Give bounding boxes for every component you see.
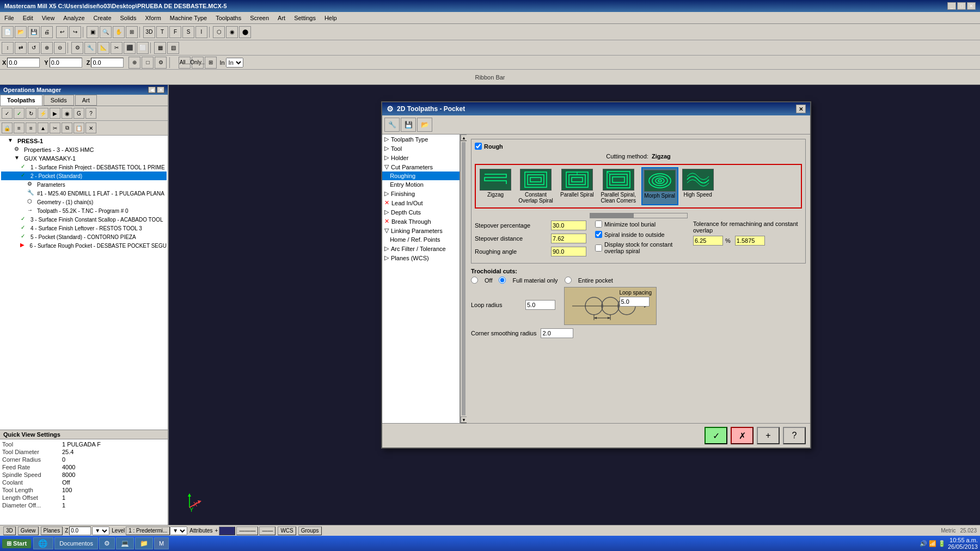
menu-screen[interactable]: Screen <box>246 14 273 22</box>
cutting-ps[interactable]: Parallel Spiral <box>559 167 596 205</box>
dtree-tool[interactable]: ▷Tool <box>382 144 460 153</box>
tree-endmill[interactable]: 🔧 #1 - M25.40 ENDMILL 1 FLAT - 1 PULGADA… <box>1 189 167 198</box>
loop-spacing-input[interactable] <box>620 297 650 307</box>
panel-collapse[interactable]: ≡ <box>26 123 36 133</box>
radio-entire[interactable] <box>565 277 572 284</box>
minimize-burial-cb[interactable] <box>595 221 602 228</box>
tab-art[interactable]: Art <box>75 95 97 106</box>
cutting-cos[interactable]: Constant Overlap Spiral <box>515 167 556 205</box>
taskbar-app1[interactable]: ⚙ <box>99 537 115 549</box>
tb2-4[interactable]: ⊕ <box>41 42 53 54</box>
cutting-hs[interactable]: High Speed <box>681 167 715 205</box>
tb2-7[interactable]: 🔧 <box>84 42 96 54</box>
dtree-toolpath-type[interactable]: ▷Toolpath Type <box>382 134 460 144</box>
spiral-inside-cb[interactable] <box>595 231 602 238</box>
close-btn[interactable]: ✕ <box>967 2 976 10</box>
dlg-tool-icon[interactable]: 🔧 <box>384 118 400 132</box>
dtree-home[interactable]: Home / Ref. Points <box>382 235 460 244</box>
stepover-dist-input[interactable] <box>551 234 586 243</box>
cutting-pscc[interactable]: Parallel Spiral, Clean Corners <box>598 167 639 205</box>
ok-button[interactable]: ✓ <box>705 427 727 444</box>
menu-solids[interactable]: Solids <box>116 14 141 22</box>
tb2-12[interactable]: ▦ <box>154 42 166 54</box>
panel-expand[interactable]: ≡ <box>14 123 24 133</box>
tb2-10[interactable]: ⬛ <box>124 42 136 54</box>
panel-check-all[interactable]: ✓ <box>2 108 13 119</box>
cutting-zigzag[interactable]: Zigzag <box>478 167 513 205</box>
tb2-13[interactable]: ▧ <box>167 42 179 54</box>
tb-wire[interactable]: ⬡ <box>213 26 225 38</box>
taskbar-docs[interactable]: Documentos <box>54 537 98 549</box>
tb-shade2[interactable]: ⬤ <box>239 26 251 38</box>
taskbar-ie[interactable]: 🌐 <box>33 537 53 549</box>
menu-settings[interactable]: Settings <box>290 14 320 22</box>
dtree-lead-inout[interactable]: ✕Lead In/Out <box>382 198 460 207</box>
tb2-5[interactable]: ⊖ <box>54 42 66 54</box>
tb-3d[interactable]: 3D <box>143 26 155 38</box>
menu-analyze[interactable]: Analyze <box>59 14 89 22</box>
tb-iso[interactable]: I <box>195 26 207 38</box>
rough-checkbox[interactable] <box>475 143 482 150</box>
panel-help[interactable]: ? <box>85 108 96 119</box>
scroll-thumb[interactable] <box>462 142 465 415</box>
plus-btn[interactable]: + <box>215 528 218 534</box>
radio-full[interactable] <box>499 277 506 284</box>
tb-top[interactable]: T <box>156 26 168 38</box>
tree-press1[interactable]: ▼ PRESS-1 <box>1 137 167 145</box>
panel-btn1[interactable]: ◀ <box>148 87 156 93</box>
coord-only[interactable]: Only... <box>192 57 204 69</box>
groups-bottom-btn[interactable]: Groups <box>298 526 322 535</box>
tree-params[interactable]: ⚙ Parameters <box>1 180 167 189</box>
panel-up[interactable]: ▲ <box>38 123 48 133</box>
dtree-break-through[interactable]: ✕Break Through <box>382 217 460 226</box>
start-button[interactable]: ⊞ Start <box>2 539 31 548</box>
dtree-depth-cuts[interactable]: ▷Depth Cuts <box>382 207 460 217</box>
btn-gview[interactable]: Gview <box>18 526 39 535</box>
tree-item3[interactable]: ✓ 3 - Surface Finish Constant Scallop - … <box>1 215 167 224</box>
icon-scrollbar[interactable] <box>590 213 688 218</box>
loop-radius-input[interactable] <box>525 300 555 310</box>
menu-create[interactable]: Create <box>89 14 116 22</box>
panel-delete[interactable]: ✕ <box>85 123 96 133</box>
in-select[interactable]: In <box>226 58 243 68</box>
tree-toolpath[interactable]: → Toolpath - 55.2K - T.NC - Program # 0 <box>1 206 167 215</box>
tolerance1-input[interactable] <box>693 236 723 246</box>
panel-verify[interactable]: ◉ <box>62 108 72 119</box>
menu-art[interactable]: Art <box>273 14 290 22</box>
tree-item4[interactable]: ✓ 4 - Surface Finish Leftover - RESTOS T… <box>1 224 167 232</box>
panel-check-green[interactable]: ✓ <box>14 108 24 119</box>
cancel-button[interactable]: ✗ <box>731 427 754 444</box>
tb2-8[interactable]: 📐 <box>97 42 109 54</box>
btn-planes[interactable]: Planes <box>41 526 63 535</box>
menu-view[interactable]: View <box>38 14 59 22</box>
dtree-holder[interactable]: ▷Holder <box>382 153 460 162</box>
tb-front[interactable]: F <box>169 26 181 38</box>
add-button[interactable]: + <box>757 427 780 444</box>
tb-select[interactable]: ▣ <box>87 26 99 38</box>
tb-open[interactable]: 📂 <box>15 26 27 38</box>
panel-copy-icon[interactable]: ⧉ <box>62 123 72 133</box>
dlg-load-icon[interactable]: 📂 <box>417 118 432 132</box>
tb-fit[interactable]: ⊞ <box>126 26 138 38</box>
dtree-cut-params[interactable]: ▽Cut Parameters <box>382 162 460 172</box>
panel-close[interactable]: ✕ <box>157 87 164 93</box>
stepover-pct-input[interactable] <box>551 221 586 230</box>
tree-properties[interactable]: ⚙ Properties - 3 - AXIS HMC <box>1 145 167 154</box>
tb-save[interactable]: 💾 <box>28 26 40 38</box>
dtree-roughing[interactable]: Roughing <box>382 172 460 180</box>
tb2-3[interactable]: ↺ <box>28 42 40 54</box>
btn-level[interactable]: 1 : Predetermi... <box>126 526 170 535</box>
panel-paste-icon[interactable]: 📋 <box>74 123 84 133</box>
menu-xform[interactable]: Xform <box>141 14 166 22</box>
tb-new[interactable]: 📄 <box>2 26 14 38</box>
dtree-finishing[interactable]: ▷Finishing <box>382 189 460 198</box>
menu-machine-type[interactable]: Machine Type <box>166 14 211 22</box>
panel-regen[interactable]: ↻ <box>26 108 36 119</box>
line-btn2[interactable]: —— <box>259 526 275 535</box>
level-select[interactable]: ▼ <box>170 526 187 535</box>
coord-btn3[interactable]: ⚙ <box>155 57 167 69</box>
wcs-bottom-btn[interactable]: WCS <box>278 526 296 535</box>
coord-all[interactable]: All... <box>179 57 191 69</box>
dlg-save-icon[interactable]: 💾 <box>401 118 416 132</box>
dtree-entry-motion[interactable]: Entry Motion <box>382 180 460 189</box>
